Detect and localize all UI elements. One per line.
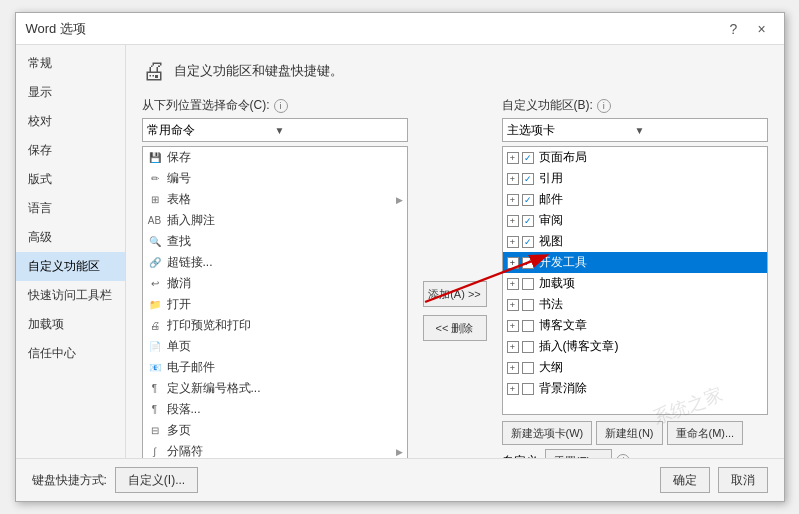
help-button[interactable]: ? [722,19,746,39]
right-tree-item[interactable]: + 页面布局 [503,147,767,168]
list-item[interactable]: 📁 打开 [143,294,407,315]
two-column-layout: 从下列位置选择命令(C): i 常用命令 ▼ 💾 保存 ✏ 编号 ⊞ [142,97,768,458]
tree-expand-btn[interactable]: + [507,278,519,290]
right-tree-item[interactable]: + 背景消除 [503,378,767,399]
tree-checkbox[interactable] [522,299,534,311]
right-tree-item[interactable]: + 加载项 [503,273,767,294]
list-item[interactable]: 🖨 打印预览和打印 [143,315,407,336]
cancel-button[interactable]: 取消 [718,467,768,493]
left-list-inner[interactable]: 💾 保存 ✏ 编号 ⊞ 表格 ▶ AB 插入脚注 🔍 查找 🔗 超链接... ↩… [143,147,407,458]
left-command-list: 💾 保存 ✏ 编号 ⊞ 表格 ▶ AB 插入脚注 🔍 查找 🔗 超链接... ↩… [142,146,408,458]
sidebar-item-advanced[interactable]: 高级 [16,223,125,252]
tree-expand-btn[interactable]: + [507,299,519,311]
tree-expand-btn[interactable]: + [507,173,519,185]
remove-button[interactable]: << 删除 [423,315,487,341]
right-tree-item[interactable]: + 视图 [503,231,767,252]
list-item[interactable]: 📧 电子邮件 [143,357,407,378]
tree-checkbox[interactable] [522,320,534,332]
list-item[interactable]: 🔗 超链接... [143,252,407,273]
tree-expand-btn[interactable]: + [507,362,519,374]
tree-expand-btn[interactable]: + [507,257,519,269]
right-tree-item[interactable]: + 开发工具 [503,252,767,273]
sidebar-item-lang2[interactable]: 语言 [16,194,125,223]
tree-expand-btn[interactable]: + [507,152,519,164]
list-item[interactable]: ¶ 定义新编号格式... [143,378,407,399]
left-select[interactable]: 常用命令 ▼ [142,118,408,142]
sidebar-item-proofing[interactable]: 校对 [16,107,125,136]
sidebar-item-display[interactable]: 显示 [16,78,125,107]
bottom-right-buttons: 确定 取消 [660,467,768,493]
tree-item-label: 书法 [539,296,563,313]
list-item-label: 段落... [167,401,201,418]
tree-expand-btn[interactable]: + [507,341,519,353]
add-button[interactable]: 添加(A) >> [423,281,487,307]
customize-info-icon[interactable]: i [616,454,630,458]
list-item[interactable]: ✏ 编号 [143,168,407,189]
rename-button[interactable]: 重命名(M)... [667,421,744,445]
tree-item-label: 页面布局 [539,149,587,166]
sidebar-item-quickaccess[interactable]: 快速访问工具栏 [16,281,125,310]
tree-expand-btn[interactable]: + [507,215,519,227]
customize-row: 自定义: 重置(E) ▼ i [502,449,768,458]
sidebar-item-general[interactable]: 常规 [16,49,125,78]
ok-button[interactable]: 确定 [660,467,710,493]
list-item-icon: ¶ [147,381,163,397]
sidebar-item-customize[interactable]: 自定义功能区 [16,252,125,281]
list-item[interactable]: ¶ 段落... [143,399,407,420]
reset-button[interactable]: 重置(E) ▼ [545,449,613,458]
tree-checkbox[interactable] [522,173,534,185]
tree-expand-btn[interactable]: + [507,236,519,248]
keyboard-customize-button[interactable]: 自定义(I)... [115,467,198,493]
right-info-icon[interactable]: i [597,99,611,113]
tree-checkbox[interactable] [522,194,534,206]
sidebar-item-save[interactable]: 保存 [16,136,125,165]
right-select[interactable]: 主选项卡 ▼ [502,118,768,142]
list-item-icon: ✏ [147,171,163,187]
list-item[interactable]: ⊞ 表格 ▶ [143,189,407,210]
right-list-inner[interactable]: + 页面布局 + 引用 + 邮件 + 审阅 + 视图 + 开发工具 + 加载项 … [503,147,767,414]
list-item[interactable]: AB 插入脚注 [143,210,407,231]
tree-checkbox[interactable] [522,215,534,227]
right-tree-item[interactable]: + 引用 [503,168,767,189]
list-item[interactable]: ∫ 分隔符 ▶ [143,441,407,458]
new-group-button[interactable]: 新建组(N) [596,421,662,445]
new-tab-button[interactable]: 新建选项卡(W) [502,421,593,445]
tree-checkbox[interactable] [522,278,534,290]
list-item[interactable]: 🔍 查找 [143,231,407,252]
right-tree-item[interactable]: + 审阅 [503,210,767,231]
list-item[interactable]: ↩ 撤消 [143,273,407,294]
sidebar-item-trustcenter[interactable]: 信任中心 [16,339,125,368]
right-tree-item[interactable]: + 大纲 [503,357,767,378]
main-header-text: 自定义功能区和键盘快捷键。 [174,62,343,80]
tree-item-label: 视图 [539,233,563,250]
right-tree-item[interactable]: + 插入(博客文章) [503,336,767,357]
tree-item-label: 开发工具 [539,254,587,271]
right-tree-item[interactable]: + 书法 [503,294,767,315]
tree-checkbox[interactable] [522,152,534,164]
left-info-icon[interactable]: i [274,99,288,113]
title-controls: ? × [722,19,774,39]
tree-checkbox[interactable] [522,341,534,353]
tree-checkbox[interactable] [522,383,534,395]
sidebar-item-addins[interactable]: 加载项 [16,310,125,339]
tree-checkbox[interactable] [522,257,534,269]
list-item[interactable]: 📄 单页 [143,336,407,357]
list-item-label: 打开 [167,296,191,313]
list-item[interactable]: ⊟ 多页 [143,420,407,441]
tree-checkbox[interactable] [522,362,534,374]
tree-expand-btn[interactable]: + [507,194,519,206]
list-item-icon: 📁 [147,297,163,313]
list-item-icon: ↩ [147,276,163,292]
tree-item-label: 引用 [539,170,563,187]
tree-checkbox[interactable] [522,236,534,248]
list-item-label: 超链接... [167,254,213,271]
sidebar-item-language[interactable]: 版式 [16,165,125,194]
list-item[interactable]: 💾 保存 [143,147,407,168]
right-tree-item[interactable]: + 邮件 [503,189,767,210]
tree-expand-btn[interactable]: + [507,383,519,395]
right-actions-row: 新建选项卡(W) 新建组(N) 重命名(M)... [502,421,768,445]
close-button[interactable]: × [750,19,774,39]
right-tree-item[interactable]: + 博客文章 [503,315,767,336]
tree-expand-btn[interactable]: + [507,320,519,332]
tree-item-label: 邮件 [539,191,563,208]
